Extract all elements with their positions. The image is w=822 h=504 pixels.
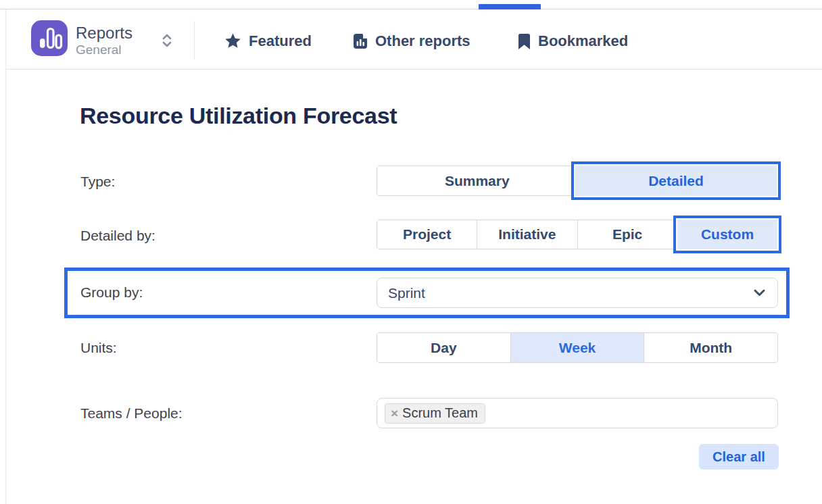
group-by-select[interactable]: Sprint	[377, 278, 778, 308]
tab-label: Bookmarked	[538, 32, 628, 50]
reports-app-icon[interactable]	[31, 20, 68, 56]
bookmark-icon	[518, 33, 531, 50]
detailed-by-option-custom[interactable]: Custom	[677, 220, 777, 249]
tab-bookmarked[interactable]: Bookmarked	[518, 31, 628, 51]
type-option-detailed[interactable]: Detailed	[575, 166, 777, 196]
units-button-group: Day Week Month	[377, 332, 778, 363]
chevron-down-icon	[754, 289, 765, 297]
tab-other-reports[interactable]: Other reports	[353, 31, 470, 51]
detailed-by-label: Detailed by:	[80, 228, 155, 244]
units-option-day[interactable]: Day	[377, 333, 510, 362]
highlight-box-custom: Custom	[673, 216, 781, 253]
type-option-summary[interactable]: Summary	[377, 166, 577, 195]
units-label: Units:	[80, 340, 117, 356]
active-tab-indicator	[479, 4, 541, 9]
header-divider	[194, 21, 195, 59]
detailed-by-option-project[interactable]: Project	[377, 220, 477, 249]
page-title: Resource Utilization Forecast	[80, 103, 397, 129]
tab-featured[interactable]: Featured	[224, 31, 312, 51]
browser-top-strip	[0, 0, 822, 9]
teams-people-label: Teams / People:	[80, 405, 183, 422]
group-by-label: Group by:	[80, 284, 143, 301]
app-subtitle: General	[76, 43, 122, 57]
clear-all-button[interactable]: Clear all	[699, 444, 779, 470]
group-by-value: Sprint	[388, 285, 754, 301]
team-tag: × Scrum Team	[385, 403, 485, 424]
tag-remove-icon[interactable]: ×	[391, 407, 398, 420]
report-chart-icon	[353, 33, 368, 49]
type-label: Type:	[80, 174, 115, 190]
star-icon	[224, 33, 241, 49]
tab-label: Other reports	[375, 32, 470, 50]
tab-label: Featured	[249, 32, 312, 50]
left-gutter-divider	[5, 9, 6, 504]
detailed-by-option-epic[interactable]: Epic	[577, 220, 677, 249]
highlight-box-detailed: Detailed	[571, 161, 781, 200]
tag-label: Scrum Team	[402, 405, 478, 421]
teams-people-input[interactable]: × Scrum Team	[377, 398, 778, 428]
report-switcher-icon[interactable]	[160, 31, 174, 50]
units-option-month[interactable]: Month	[644, 333, 777, 362]
units-option-week[interactable]: Week	[510, 333, 644, 362]
reports-page: Reports General Featured Other reports	[0, 0, 822, 504]
detailed-by-option-initiative[interactable]: Initiative	[477, 220, 577, 249]
app-title: Reports	[76, 24, 132, 42]
bar-chart-icon	[31, 20, 68, 56]
